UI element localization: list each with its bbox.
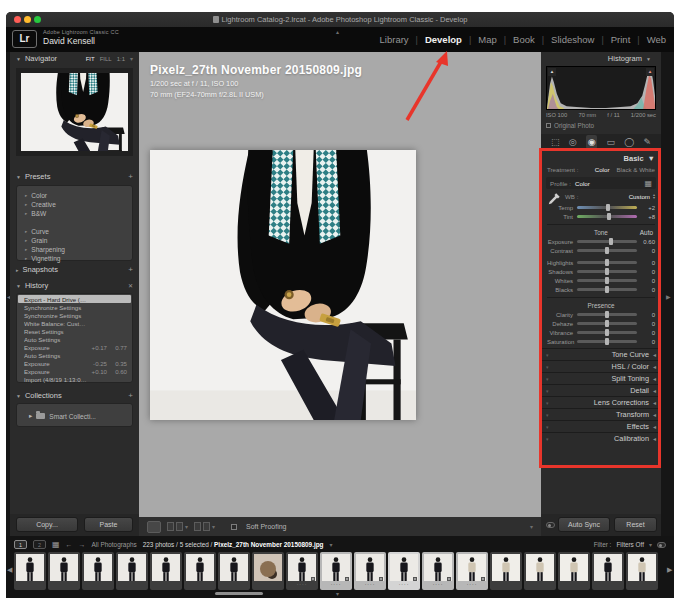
slider-track[interactable] [577, 270, 637, 273]
grid-view-icon[interactable]: ▦ [52, 540, 60, 549]
before-after-top-bottom-icon[interactable]: ▾ [194, 522, 215, 531]
slider-exposure[interactable]: Exposure0.60 [541, 237, 661, 246]
add-collection-icon[interactable]: + [128, 391, 133, 400]
radial-filter-icon[interactable]: ◯ [624, 135, 634, 149]
slider-highlights[interactable]: Highlights0 [541, 258, 661, 267]
slider-whites[interactable]: Whites0 [541, 276, 661, 285]
module-develop[interactable]: Develop [425, 34, 462, 45]
slider-thumb[interactable] [607, 213, 611, 220]
history-item[interactable]: Reset Settings [18, 327, 131, 335]
slider-thumb[interactable] [605, 259, 609, 266]
history-item[interactable]: Import (4/8/19 1:13:04 PM) [18, 375, 131, 383]
auto-sync-toggle[interactable] [546, 522, 555, 528]
slider-thumb[interactable] [605, 286, 609, 293]
section-lens-corrections[interactable]: ▾Lens Corrections◂ [541, 396, 661, 408]
navigator-header[interactable]: ▼ Navigator FITFILL1:1▾ [10, 52, 139, 65]
add-snapshot-icon[interactable]: + [128, 265, 133, 274]
histogram-graph[interactable]: ▲ ▲ [546, 66, 656, 110]
filmstrip-thumbnail[interactable] [524, 552, 556, 590]
slider-tint[interactable]: Tint+8 [541, 212, 661, 221]
filter-value[interactable]: Filters Off [616, 541, 644, 548]
profile-browser-icon[interactable]: ▦ [644, 179, 652, 188]
filmstrip-source[interactable]: All Photographs [92, 541, 137, 548]
preset-item[interactable]: ▸Curve [17, 227, 132, 236]
filter-dropdown-icon[interactable]: ▾ [649, 541, 652, 548]
slider-track[interactable] [577, 331, 637, 334]
slider-track[interactable] [577, 249, 637, 252]
preset-item[interactable]: ▸Color [17, 191, 132, 200]
slider-thumb[interactable] [609, 238, 613, 245]
soft-proofing-checkbox[interactable] [231, 524, 237, 530]
filmstrip-thumbnail[interactable] [82, 552, 114, 590]
slider-thumb[interactable] [605, 320, 609, 327]
slider-thumb[interactable] [605, 311, 609, 318]
slider-thumb[interactable] [605, 247, 609, 254]
filmstrip-thumbnail[interactable]: ···· [320, 552, 352, 590]
slider-vibrance[interactable]: Vibrance0 [541, 328, 661, 337]
module-book[interactable]: Book [513, 34, 535, 45]
histogram-header[interactable]: Histogram ▼ [541, 52, 661, 65]
collections-header[interactable]: ▼ Collections + [10, 389, 139, 402]
copy-button[interactable]: Copy... [16, 517, 78, 532]
previous-photo-icon[interactable]: ← [66, 541, 73, 548]
filmstrip-thumbnail[interactable] [116, 552, 148, 590]
module-library[interactable]: Library [380, 34, 409, 45]
history-item[interactable]: Synchronize Settings [18, 311, 131, 319]
shadow-clipping-icon[interactable]: ▲ [548, 68, 556, 76]
filmstrip-thumbnail[interactable] [48, 552, 80, 590]
filmstrip-thumbnail[interactable] [490, 552, 522, 590]
adjustment-brush-icon[interactable]: ✎ [643, 135, 651, 149]
section-hsl-color[interactable]: ▾HSL / Color◂ [541, 360, 661, 372]
filmstrip-thumbnail[interactable] [150, 552, 182, 590]
toolbar-options-icon[interactable]: ▾ [530, 523, 533, 530]
navigator-preview[interactable] [16, 68, 133, 156]
section-transform[interactable]: ▾Transform◂ [541, 408, 661, 420]
filmstrip-thumbnail[interactable] [218, 552, 250, 590]
module-slideshow[interactable]: Slideshow [551, 34, 594, 45]
slider-thumb[interactable] [605, 338, 609, 345]
filmstrip-thumbnail[interactable]: ···· [422, 552, 454, 590]
filmstrip-thumbnail[interactable] [592, 552, 624, 590]
history-item[interactable]: Exposure+0.100.60 [18, 367, 131, 375]
presets-header[interactable]: ▼ Presets + [10, 170, 139, 183]
filmstrip-selection-info[interactable]: 223 photos / 5 selected / Pixelz_27th No… [143, 541, 324, 548]
module-map[interactable]: Map [478, 34, 496, 45]
filmstrip-scrollbar[interactable] [215, 592, 263, 595]
slider-thumb[interactable] [605, 277, 609, 284]
slider-track[interactable] [577, 261, 637, 264]
main-photo[interactable] [150, 150, 416, 420]
filmstrip-scroll-right-icon[interactable]: ▶ [667, 566, 672, 574]
filmstrip-thumbnail[interactable]: ···· [456, 552, 488, 590]
filter-toggle[interactable] [657, 542, 666, 548]
slider-track[interactable] [577, 240, 637, 243]
wb-value[interactable]: Custom [629, 193, 650, 200]
crop-overlay-icon[interactable]: ⬚ [551, 135, 560, 149]
section-effects[interactable]: ▾Effects◂ [541, 420, 661, 432]
filmstrip-thumbnail[interactable] [14, 552, 46, 590]
section-tone-curve[interactable]: ▾Tone Curve◂ [541, 348, 661, 360]
navigator-zoom-fit[interactable]: FIT [86, 56, 95, 62]
filmstrip-toggle-icon[interactable]: ▾ [336, 590, 339, 597]
clear-history-icon[interactable]: ✕ [128, 282, 133, 289]
section-detail[interactable]: ▾Detail◂ [541, 384, 661, 396]
preset-item[interactable]: ▸Creative [17, 200, 132, 209]
history-item[interactable]: Auto Settings [18, 351, 131, 359]
preset-item[interactable]: ▸B&W [17, 209, 132, 218]
highlight-clipping-icon[interactable]: ▲ [646, 68, 654, 76]
slider-thumb[interactable] [605, 268, 609, 275]
navigator-zoom-fill[interactable]: FILL [100, 56, 112, 62]
module-print[interactable]: Print [611, 34, 631, 45]
slider-blacks[interactable]: Blacks0 [541, 285, 661, 294]
filmstrip-thumbnail[interactable]: ···· [388, 552, 420, 590]
filmstrip-scroll-left-icon[interactable]: ◀ [7, 566, 12, 574]
slider-track[interactable] [577, 206, 637, 209]
preset-item[interactable]: ▸Sharpening [17, 245, 132, 254]
navigator-zoom-1-1[interactable]: 1:1 [117, 56, 125, 62]
right-panel-toggle-icon[interactable]: ▶ [666, 293, 671, 300]
original-photo-row[interactable]: Original Photo [546, 122, 594, 129]
filmstrip-thumbnail[interactable]: ···· [354, 552, 386, 590]
preset-item[interactable]: ▸Vignetting [17, 254, 132, 263]
original-photo-checkbox[interactable] [546, 123, 551, 128]
filmstrip-thumbnail[interactable] [558, 552, 590, 590]
history-item[interactable]: Synchronize Settings [18, 303, 131, 311]
